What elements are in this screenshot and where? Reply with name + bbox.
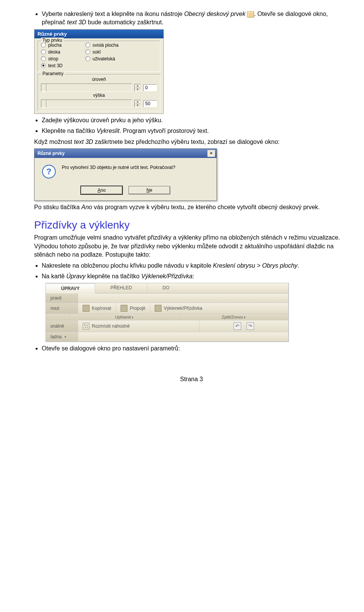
label-height: výška: [41, 93, 157, 98]
btn-kopirovat[interactable]: Kopírovat: [78, 303, 116, 314]
spin-level[interactable]: ▲▼: [134, 84, 141, 91]
text: vás program vyzve k výběru textu, ze kte…: [92, 204, 320, 210]
redo-icon[interactable]: ↷: [246, 322, 254, 330]
cell-onalne[interactable]: onálně: [46, 320, 78, 332]
radio-label: deska: [48, 49, 60, 55]
tab-prehled[interactable]: PŘEHLED: [95, 283, 147, 293]
section-p1: Program umožňuje velmi snadno vytvářet p…: [34, 233, 349, 259]
radio-deska[interactable]: deska: [41, 49, 63, 55]
copy-icon: [83, 305, 89, 312]
label: nout: [50, 306, 59, 311]
text: e: [150, 188, 152, 193]
intro-li-1: Vyberte nakreslený text a klepněte na ik…: [42, 10, 349, 27]
chevron-down-icon[interactable]: ▾: [244, 315, 246, 319]
intro-list: Vyberte nakreslený text a klepněte na ik…: [34, 10, 349, 27]
group-zpet-znovu: Zpět/Znovu▾: [179, 314, 289, 320]
label: Propojit: [130, 306, 145, 311]
tool-name: Obecný deskový prvek: [184, 11, 246, 17]
li-final: Otevře se dialogové okno pro nastavení p…: [42, 344, 349, 353]
message-box: Různé prvky × ? Pro vytvoření 3D objektu…: [34, 148, 217, 201]
button-name: Ano: [82, 204, 92, 210]
text: Nakreslete na obloženou plochu křivku po…: [42, 262, 213, 269]
label: Zpět/Znovu: [222, 315, 243, 319]
text: bude automaticky zaškrtnut.: [86, 19, 163, 25]
radio-uzivatelska[interactable]: uživatelská: [85, 56, 119, 62]
fieldset-params: Parametry úroveň ▲▼ 0 výška ▲▼ 50: [38, 74, 160, 111]
text: . Program vytvoří prostorový text.: [119, 128, 209, 134]
text: zaškrtnete bez předchozího výběru textu,…: [93, 139, 280, 145]
radio-text3d[interactable]: text 3D: [41, 63, 63, 68]
close-icon[interactable]: ×: [207, 150, 215, 157]
board-element-icon: [247, 11, 254, 17]
value-level[interactable]: 0: [143, 84, 157, 91]
ribbon: ÚPRAVY PŘEHLED DO pravit nout Kopírovat …: [46, 283, 289, 342]
label: Výklenek/Přizdívka: [164, 306, 202, 311]
final-list: Otevře se dialogové okno pro nastavení p…: [34, 344, 349, 353]
btn-propojit[interactable]: Propojit: [116, 303, 150, 314]
no-button[interactable]: Ne: [129, 186, 170, 194]
tab-name: Úpravy: [66, 273, 86, 279]
li-vykreslit: Klepněte na tlačítko Vykreslit. Program …: [42, 127, 349, 135]
mnemonic: N: [146, 188, 150, 193]
button-name: Výklenek/Přizdívka: [141, 273, 192, 279]
label: onálně: [50, 323, 64, 329]
label: Kopírovat: [92, 306, 111, 311]
label-level: úroveň: [41, 77, 157, 82]
group-spacer: [46, 314, 70, 320]
spin-height[interactable]: ▲▼: [134, 100, 141, 107]
tab-strip: ÚPRAVY PŘEHLED DO: [46, 283, 289, 293]
undo-icon[interactable]: ↶: [234, 322, 241, 330]
cell-ladna[interactable]: ladna▾: [46, 332, 78, 341]
cell-nout[interactable]: nout: [46, 303, 78, 314]
label: ladna: [50, 334, 61, 339]
li-draw-curve: Nakreslete na obloženou plochu křivku po…: [42, 262, 349, 270]
slider-height[interactable]: [41, 99, 132, 108]
li-enter-height: Zadejte výškovou úroveň prvku a jeho výš…: [42, 116, 349, 125]
tab-do[interactable]: DO: [147, 283, 289, 293]
radio-plocha[interactable]: plocha: [41, 43, 63, 48]
reference: Kreslení obrysu > Obrys plochy: [213, 262, 298, 269]
undo-redo-cell: ↶ ↷: [199, 320, 289, 332]
legend: Parametry: [41, 71, 65, 76]
section-heading: Přizdívky a výklenky: [34, 219, 349, 231]
after-msg-para: Po stisku tlačítka Ano vás program vyzve…: [34, 203, 349, 211]
button-name: Vykreslit: [97, 128, 119, 134]
btn-rozmistit-nahodne[interactable]: Rozmístit náhodně: [78, 320, 199, 332]
section-list: Nakreslete na obloženou plochu křivku po…: [34, 262, 349, 281]
msg-text: Pro vytvoření 3D objektu je nutné určit …: [62, 165, 175, 170]
legend: Typ prvku: [41, 38, 64, 43]
radio-label: plocha: [48, 43, 61, 48]
text: klepněte na tlačítko: [86, 273, 141, 279]
btn-vyklenek-prizdivka[interactable]: Výklenek/Přizdívka: [150, 303, 289, 314]
radio-strop[interactable]: strop: [41, 56, 63, 62]
yes-button[interactable]: Ano: [81, 186, 122, 194]
after-dlg1-list: Zadejte výškovou úroveň prvku a jeho výš…: [34, 116, 349, 136]
chevron-down-icon: ▾: [64, 335, 66, 339]
radio-label: sokl: [93, 49, 100, 55]
dialog-ruzne-prvky: Různé prvky Typ prvku plocha deska strop…: [34, 29, 164, 114]
radio-sokl[interactable]: sokl: [85, 49, 119, 55]
radio-label: strop: [48, 56, 58, 62]
li-click-vyklenek: Na kartě Úpravy klepněte na tlačítko Výk…: [42, 272, 349, 281]
text: Vyberte nakreslený text a klepněte na ik…: [42, 11, 184, 17]
fieldset-type: Typ prvku plocha deska strop text 3D svi…: [38, 41, 160, 72]
text: Když možnost: [34, 139, 74, 145]
tab-upravy[interactable]: ÚPRAVY: [46, 283, 95, 293]
spacer: [78, 293, 289, 303]
value-height[interactable]: 50: [143, 100, 157, 107]
text: .: [298, 262, 299, 269]
slider-level[interactable]: [41, 84, 132, 92]
link-icon: [121, 305, 127, 312]
random-icon: [83, 323, 89, 330]
text: no: [100, 188, 105, 193]
text: Klepněte na tlačítko: [42, 128, 97, 134]
row-level: ▲▼ 0: [41, 84, 157, 92]
label: Upřesnit: [115, 315, 131, 319]
chevron-down-icon[interactable]: ▾: [132, 315, 133, 319]
cell-pravit: pravit: [46, 293, 78, 303]
radio-svisla-plocha[interactable]: svislá plocha: [85, 43, 119, 48]
label: Rozmístit náhodně: [92, 323, 130, 329]
radio-label: svislá plocha: [93, 43, 119, 48]
group-upresnit: Upřesnit▾: [70, 314, 179, 320]
niche-icon: [155, 305, 162, 312]
